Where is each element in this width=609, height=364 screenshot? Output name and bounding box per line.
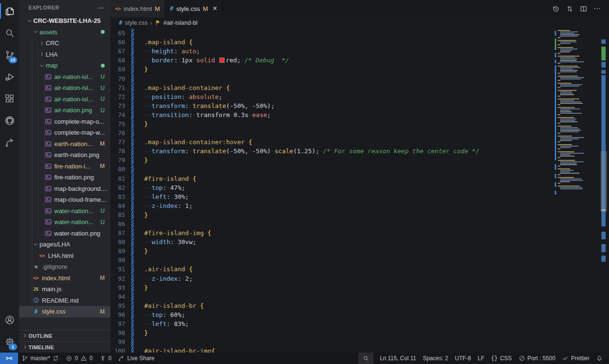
code-line[interactable]: 87#fire-island-img·{ [110,228,547,237]
tree-item-lha.html[interactable]: <>LHA.html [19,250,110,262]
tree-item-crc-website-lha-25[interactable]: CRC-WEBSITE-LHA-25 [19,15,110,27]
scrollbar-slider[interactable] [600,151,607,212]
code-line[interactable]: 95#air-island-br·{ [110,301,547,310]
code-text[interactable]: ··transform:·translate(-50%,·-50%); [134,101,275,110]
code-line[interactable]: 82··top:·47%; [110,183,547,192]
status-ports[interactable]: 0 [96,353,115,364]
code-line[interactable]: 65 [110,29,547,38]
status-git-branch[interactable]: master* [18,353,62,364]
tree-item-fire-nation-i...[interactable]: fire-nation-i...M [19,161,110,172]
status-live-server-port[interactable]: Port : 5500 [515,353,559,364]
tree-item-map-cloud-frame...[interactable]: map-cloud-frame... [19,194,110,206]
code-line[interactable]: 88··width:·30vw; [110,237,547,246]
code-text[interactable]: #fire-island-img·{ [134,228,211,237]
code-text[interactable]: ··z-index:·1; [134,201,193,210]
tree-item-complete-map-w...[interactable]: complete-map-w... [19,127,110,138]
tree-item-air-nation.png[interactable]: air-nation.pngU [19,105,110,116]
code-text[interactable]: } [134,210,148,219]
code-line[interactable]: 81#fire-island·{ [110,174,547,183]
tree-item-earth-nation...[interactable]: earth-nation...M [19,138,110,150]
tree-item-fire-nation.png[interactable]: fire-nation.png [19,172,110,183]
code-line[interactable]: 66.map-island·{ [110,38,547,47]
code-line[interactable]: 99 [110,337,547,346]
activity-settings[interactable]: 1 [0,331,19,353]
section-outline[interactable]: OUTLINE [19,330,110,341]
activity-github[interactable] [0,109,19,131]
code-text[interactable]: } [134,283,148,292]
minimap[interactable] [555,30,600,353]
code-text[interactable]: } [134,246,148,256]
tree-item-complete-map-o...[interactable]: complete-map-o... [19,116,110,128]
code-text[interactable]: #air-island-br·{ [134,301,204,310]
code-line[interactable]: 96··top:·60%; [110,310,547,319]
code-line[interactable]: 91.air-island·{ [110,265,547,274]
code-line[interactable]: 74··transition:·transform·0.3s·ease; [110,110,547,119]
activity-search[interactable] [0,22,19,44]
code-line[interactable]: 77.map-island-container:hover·{ [110,138,547,147]
status-cursor-position[interactable]: Ln 115, Col 11 [376,353,419,364]
open-changes-icon[interactable] [563,5,577,13]
code-line[interactable]: 94 [110,292,547,301]
status-notifications[interactable] [593,353,606,364]
tree-item-water-nation.png[interactable]: water-nation.png [19,228,110,239]
activity-source-control[interactable]: 13 [0,44,19,66]
code-text[interactable]: ··z-index:·2; [134,274,193,283]
code-line[interactable]: 90 [110,256,547,265]
close-icon[interactable]: × [213,5,217,12]
tree-item-air-nation-isl...[interactable]: air-nation-isl...U [19,71,110,83]
explorer-more-actions-icon[interactable]: ⋯ [98,4,105,11]
status-remote-indicator[interactable]: >< [0,353,18,364]
breadcrumb-symbol[interactable]: #air-island-bl [164,20,198,26]
code-area[interactable]: 6566.map-island·{67··height:·auto;·68··b… [110,29,547,353]
code-text[interactable]: ··height:·auto;· [134,47,204,56]
activity-explorer[interactable] [0,0,19,22]
tree-item-readme.md[interactable]: README.md [19,295,110,306]
code-line[interactable]: 86 [110,219,547,228]
tree-item-.gitignore[interactable]: .gitignore [19,261,110,273]
tree-item-assets[interactable]: assets [19,27,110,38]
activity-live-share[interactable] [0,131,19,153]
tree-item-lha[interactable]: LHA [19,49,110,60]
tree-item-air-nation-isl...[interactable]: air-nation-isl...U [19,94,110,105]
status-prettier[interactable]: Prettier [559,353,593,364]
tree-item-style.css[interactable]: #style.cssM [19,306,110,317]
tree-item-main.js[interactable]: JSmain.js [19,284,110,295]
code-text[interactable]: ··top:·47%; [134,183,185,192]
code-line[interactable]: 83··left:·30%; [110,192,547,201]
code-text[interactable]: } [134,328,148,337]
code-line[interactable]: 97··left:·83%; [110,319,547,328]
tree-item-air-nation-isl...[interactable]: air-nation-isl...U [19,82,110,94]
code-text[interactable]: ··top:·60%; [134,310,185,319]
section-timeline[interactable]: TIMELINE [19,341,110,353]
code-line[interactable]: 71.map-island-container·{ [110,83,547,92]
code-text[interactable]: .air-island·{ [134,265,193,274]
tree-item-water-nation...[interactable]: water-nation...U [19,206,110,217]
code-line[interactable]: 85} [110,210,547,219]
status-problems[interactable]: 00 [62,353,96,364]
code-text[interactable]: #air-island-br-img{ [134,346,215,353]
status-zoom[interactable] [358,353,373,364]
tree-item-pages-lha[interactable]: pages/LHA [19,239,110,250]
tree-item-index.html[interactable]: <>index.htmlM [19,273,110,284]
code-line[interactable]: 68··border:·1px·solid·red;·/* Debug */ [110,56,547,65]
code-line[interactable]: 72··position:·absolute; [110,92,547,101]
tree-item-map[interactable]: map [19,60,110,71]
code-line[interactable]: 69} [110,65,547,74]
code-line[interactable]: 67··height:·auto;· [110,47,547,56]
code-line[interactable]: 89} [110,246,547,256]
code-text[interactable]: } [134,65,148,74]
code-text[interactable]: } [134,119,148,128]
code-line[interactable]: 100#air-island-br-img{ [110,346,547,353]
code-line[interactable]: 79} [110,156,547,165]
code-text[interactable]: } [134,156,148,165]
activity-accounts[interactable] [0,309,19,331]
status-language-mode[interactable]: {}CSS [488,353,515,364]
code-line[interactable]: 78··transform:·translate(-50%,·-50%)·sca… [110,147,547,156]
code-line[interactable]: 93} [110,283,547,292]
code-text[interactable]: .map-island-container·{ [134,83,230,92]
code-text[interactable]: ··width:·30vw; [134,237,196,246]
tree-item-earth-nation.png[interactable]: earth-nation.png [19,149,110,161]
code-line[interactable]: 92··z-index:·2; [110,274,547,283]
code-text[interactable]: ··border:·1px·solid·red;·/* Debug */ [134,56,289,65]
code-text[interactable]: ··transform:·translate(-50%,·-50%)·scale… [134,147,479,156]
